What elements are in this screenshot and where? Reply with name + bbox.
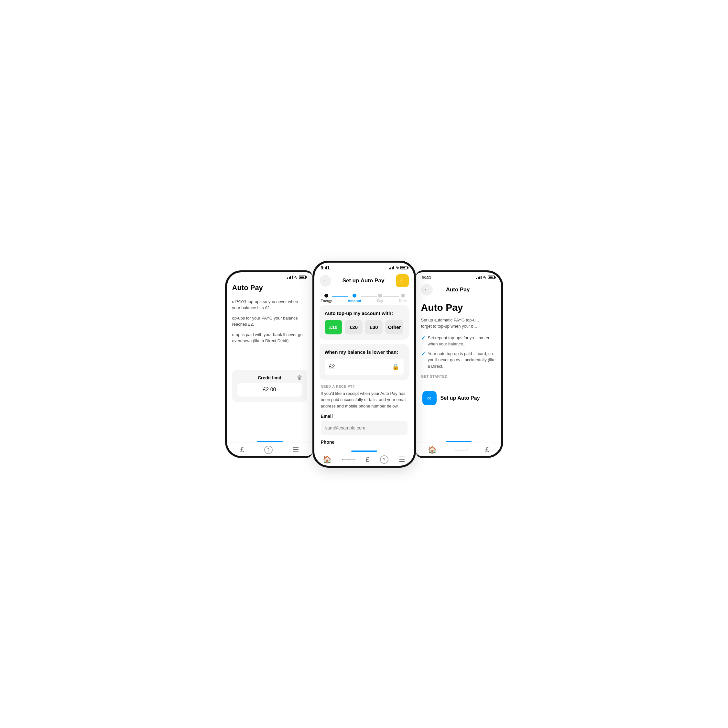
- right-time: 9:41: [422, 275, 431, 280]
- right-nav-activity[interactable]: ∙—∙—∙: [454, 446, 467, 453]
- topup-card-title: Auto top-up my account with:: [325, 310, 404, 316]
- nav-icon-menu[interactable]: ☰: [293, 446, 299, 454]
- left-desc-3: o-up is paid with your bank ll never go …: [232, 332, 307, 344]
- step-pay: Pay: [377, 294, 383, 303]
- check-item-1: ✓ Set repeat top-ups for yo... meter whe…: [421, 335, 496, 347]
- center-nav-help[interactable]: ?: [380, 455, 388, 464]
- step-dot-done: [401, 294, 405, 298]
- step-line-3: [383, 296, 399, 297]
- right-bottom-nav: 🏠 ∙—∙—∙ £: [416, 442, 501, 456]
- left-page-title: Auto Pay: [232, 284, 263, 292]
- receipt-section-title: NEED A RECEIPT?: [321, 385, 407, 388]
- left-desc-1: c PAYG top-ups so you never when your ba…: [232, 298, 307, 311]
- step-energy: Energy: [321, 294, 332, 303]
- amount-btn-20[interactable]: £20: [345, 320, 362, 334]
- signal-icon: [287, 275, 293, 279]
- left-status-bar: ∿: [227, 272, 312, 281]
- right-big-title: Auto Pay: [421, 302, 496, 313]
- check-mark-2: ✓: [421, 351, 425, 357]
- amount-btn-30[interactable]: £30: [365, 320, 383, 334]
- center-nav-header: ← Set up Auto Pay ⚡: [314, 272, 414, 290]
- get-started-divider: [421, 382, 496, 382]
- center-page-title: Set up Auto Pay: [331, 277, 396, 284]
- center-nav-pound[interactable]: £: [366, 455, 369, 464]
- back-button[interactable]: ←: [320, 275, 331, 286]
- center-content: Auto top-up my account with: £10 £20 £30…: [314, 305, 414, 449]
- center-wifi-icon: ∿: [396, 265, 399, 270]
- balance-card: When my balance is lower than: £2 🔒: [320, 344, 409, 380]
- center-nav-activity[interactable]: ∙—∙—∙: [342, 456, 355, 463]
- step-line-2: [361, 296, 377, 297]
- email-label: Email: [321, 414, 407, 419]
- left-nav-header: Auto Pay: [227, 281, 312, 295]
- flash-button[interactable]: ⚡: [396, 274, 409, 287]
- credit-limit-value: £2.00: [237, 383, 302, 396]
- left-content: c PAYG top-ups so you never when your ba…: [227, 295, 312, 405]
- credit-limit-section: 🗑 Credit limit £2.00: [232, 370, 307, 402]
- check-mark-1: ✓: [421, 335, 425, 341]
- right-battery-icon: [488, 275, 495, 279]
- left-phone: ∿ Auto Pay c PAYG top-ups so you never w…: [225, 271, 312, 458]
- topup-card: Auto top-up my account with: £10 £20 £30…: [320, 305, 409, 340]
- left-status-icons: ∿: [287, 275, 306, 280]
- center-phone: 9:41 ∿ ← Set up Auto Pay: [312, 261, 416, 468]
- center-status-bar: 9:41 ∿: [314, 263, 414, 272]
- step-amount: Amount: [348, 294, 361, 303]
- trash-icon[interactable]: 🗑: [297, 375, 303, 381]
- step-label-amount: Amount: [348, 299, 361, 303]
- get-started-label: GET STARTED: [421, 375, 496, 378]
- right-phone: 9:41 ∿ ← Auto Pay: [416, 271, 503, 458]
- check-text-1: Set repeat top-ups for yo... meter when …: [428, 335, 496, 347]
- center-bottom-nav: 🏠 ∙—∙—∙ £ ? ☰: [314, 452, 414, 466]
- setup-autopay-button[interactable]: ∞ Set up Auto Pay: [421, 387, 496, 410]
- progress-steps: Energy Amount Pay Done: [314, 290, 414, 305]
- battery-icon: [299, 275, 306, 279]
- receipt-desc: If you'd like a receipt when your Auto P…: [321, 390, 407, 410]
- credit-limit-label: Credit limit: [237, 375, 302, 380]
- setup-btn-label: Set up Auto Pay: [440, 395, 480, 401]
- screenshot-container: ∿ Auto Pay c PAYG top-ups so you never w…: [186, 261, 542, 468]
- step-dot-energy: [324, 294, 328, 298]
- center-nav-home[interactable]: 🏠: [323, 455, 332, 464]
- right-desc: Set up automatic PAYG top-u...forget to …: [421, 317, 496, 330]
- step-label-pay: Pay: [377, 299, 383, 303]
- nav-icon-pound[interactable]: £: [240, 446, 244, 454]
- step-label-energy: Energy: [321, 299, 332, 303]
- amount-btn-10[interactable]: £10: [325, 320, 343, 334]
- flash-icon: ⚡: [398, 277, 406, 284]
- balance-value: £2: [329, 364, 335, 370]
- check-item-2: ✓ Your auto top-up is paid ... card, so …: [421, 350, 496, 370]
- wifi-icon: ∿: [294, 275, 298, 280]
- right-nav-header: ← Auto Pay: [416, 281, 501, 298]
- step-dot-pay: [378, 294, 382, 298]
- step-label-done: Done: [399, 299, 407, 303]
- check-text-2: Your auto top-up is paid ... card, so yo…: [428, 350, 496, 370]
- right-nav-home[interactable]: 🏠: [428, 446, 437, 454]
- right-status-bar: 9:41 ∿: [416, 272, 501, 281]
- amount-buttons: £10 £20 £30 Other: [325, 320, 404, 334]
- step-line-1: [332, 296, 348, 297]
- right-signal-icon: [476, 276, 482, 279]
- email-input[interactable]: [321, 421, 407, 435]
- right-content: Auto Pay Set up automatic PAYG top-u...f…: [416, 298, 501, 414]
- right-back-button[interactable]: ←: [421, 284, 433, 295]
- lock-icon: 🔒: [392, 363, 399, 370]
- amount-btn-other[interactable]: Other: [385, 320, 403, 334]
- right-nav-pound[interactable]: £: [485, 446, 489, 454]
- center-status-icons: ∿: [389, 265, 407, 270]
- center-time: 9:41: [321, 265, 330, 271]
- right-status-icons: ∿: [476, 275, 495, 280]
- nav-icon-help[interactable]: ?: [264, 446, 273, 454]
- left-bottom-nav: £ ? ☰: [227, 442, 312, 456]
- balance-card-title: When my balance is lower than:: [325, 349, 404, 355]
- right-page-title: Auto Pay: [433, 286, 483, 293]
- step-dot-amount: [353, 294, 356, 298]
- right-wifi-icon: ∿: [483, 275, 486, 280]
- infinity-icon: ∞: [422, 391, 437, 405]
- phone-label: Phone: [321, 439, 407, 445]
- step-done: Done: [399, 294, 407, 303]
- center-battery-icon: [401, 266, 407, 269]
- left-desc-2: op-ups for your PAYG your balance reache…: [232, 315, 307, 327]
- center-nav-menu[interactable]: ☰: [399, 455, 405, 464]
- balance-input-row: £2 🔒: [325, 359, 404, 375]
